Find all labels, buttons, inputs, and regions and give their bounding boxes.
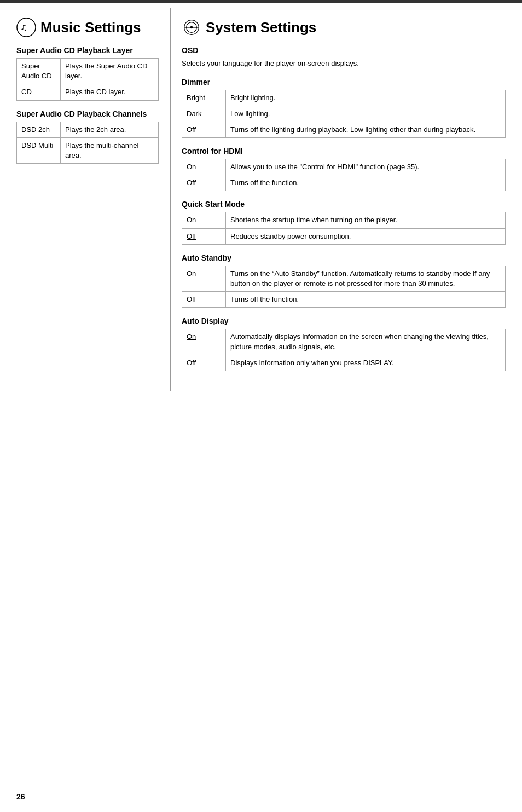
svg-text:♫: ♫ (20, 22, 28, 33)
table-row: On Allows you to use the "Control for HD… (182, 159, 506, 175)
auto-display-title: Auto Display (182, 316, 506, 325)
as-on-label: On (187, 269, 196, 278)
system-settings-title: System Settings (206, 19, 316, 36)
auto-standby-title: Auto Standby (182, 254, 506, 262)
dimmer-key-1: Dark (182, 106, 226, 122)
ad-key-1: Off (182, 355, 226, 371)
top-bar (0, 0, 522, 3)
table-row: DSD Multi Plays the multi-channel area. (17, 137, 159, 163)
qs-off-label: Off (187, 232, 196, 240)
page-container: ♫ Music Settings Super Audio CD Playback… (0, 0, 522, 812)
dimmer-title: Dimmer (182, 78, 506, 87)
table-row: Off Turns off the lighting during playba… (182, 122, 506, 137)
dimmer-desc-1: Low lighting. (226, 106, 506, 122)
table-row: Super Audio CD Plays the Super Audio CD … (17, 59, 159, 84)
sacd-channels-table: DSD 2ch Plays the 2ch area. DSD Multi Pl… (16, 122, 159, 164)
left-column: ♫ Music Settings Super Audio CD Playback… (0, 8, 170, 391)
ad-on-label: On (187, 332, 196, 341)
table-row: On Shortens the startup time when turnin… (182, 212, 506, 228)
music-settings-title: Music Settings (40, 19, 141, 36)
table-row: On Automatically displays information on… (182, 329, 506, 355)
dimmer-table: Bright Bright lighting. Dark Low lightin… (182, 90, 506, 139)
sacd-layer-desc-1: Plays the CD layer. (61, 84, 159, 100)
hdmi-desc-0: Allows you to use the "Control for HDMI"… (226, 159, 506, 175)
table-row: Dark Low lighting. (182, 106, 506, 122)
table-row: Off Turns off the function. (182, 175, 506, 191)
dimmer-key-0: Bright (182, 90, 226, 106)
music-icon: ♫ (16, 18, 36, 37)
table-row: On Turns on the “Auto Standby” function.… (182, 266, 506, 291)
as-desc-0: Turns on the “Auto Standby” function. Au… (226, 266, 506, 291)
svg-point-5 (190, 26, 193, 29)
qs-desc-0: Shortens the startup time when turning o… (226, 212, 506, 228)
hdmi-desc-1: Turns off the function. (226, 175, 506, 191)
sacd-ch-key-1: DSD Multi (17, 137, 61, 163)
sacd-ch-key-0: DSD 2ch (17, 122, 61, 137)
osd-description: Selects your language for the player on-… (182, 58, 506, 69)
hdmi-key-0: On (182, 159, 226, 175)
qs-on-label: On (187, 216, 196, 224)
sacd-layer-key-1: CD (17, 84, 61, 100)
as-key-1: Off (182, 292, 226, 308)
auto-standby-table: On Turns on the “Auto Standby” function.… (182, 266, 506, 308)
system-icon (182, 18, 201, 37)
sacd-layer-desc-0: Plays the Super Audio CD layer. (61, 59, 159, 84)
table-row: Off Displays information only when you p… (182, 355, 506, 371)
sacd-layer-key-0: Super Audio CD (17, 59, 61, 84)
sacd-ch-desc-1: Plays the multi-channel area. (61, 137, 159, 163)
sacd-layer-title: Super Audio CD Playback Layer (16, 46, 159, 55)
as-desc-1: Turns off the function. (226, 292, 506, 308)
qs-desc-1: Reduces standby power consumption. (226, 228, 506, 244)
ad-key-0: On (182, 329, 226, 355)
quick-start-title: Quick Start Mode (182, 200, 506, 209)
as-key-0: On (182, 266, 226, 291)
table-row: DSD 2ch Plays the 2ch area. (17, 122, 159, 137)
table-row: Off Reduces standby power consumption. (182, 228, 506, 244)
sacd-layer-table: Super Audio CD Plays the Super Audio CD … (16, 58, 159, 101)
table-row: Bright Bright lighting. (182, 90, 506, 106)
system-settings-header: System Settings (182, 18, 506, 37)
auto-display-table: On Automatically displays information on… (182, 329, 506, 371)
right-column: System Settings OSD Selects your languag… (170, 8, 522, 391)
qs-key-0: On (182, 212, 226, 228)
dimmer-key-2: Off (182, 122, 226, 137)
dimmer-desc-2: Turns off the lighting during playback. … (226, 122, 506, 137)
table-row: Off Turns off the function. (182, 292, 506, 308)
content-area: ♫ Music Settings Super Audio CD Playback… (0, 0, 522, 391)
hdmi-key-1: Off (182, 175, 226, 191)
ad-desc-1: Displays information only when you press… (226, 355, 506, 371)
dimmer-desc-0: Bright lighting. (226, 90, 506, 106)
hdmi-on-label: On (187, 163, 196, 171)
music-settings-header: ♫ Music Settings (16, 18, 159, 37)
hdmi-table: On Allows you to use the "Control for HD… (182, 159, 506, 191)
table-row: CD Plays the CD layer. (17, 84, 159, 100)
sacd-ch-desc-0: Plays the 2ch area. (61, 122, 159, 137)
sacd-channels-title: Super Audio CD Playback Channels (16, 110, 159, 118)
hdmi-title: Control for HDMI (182, 147, 506, 156)
osd-title: OSD (182, 46, 506, 55)
page-number: 26 (16, 792, 25, 801)
quick-start-table: On Shortens the startup time when turnin… (182, 212, 506, 244)
ad-desc-0: Automatically displays information on th… (226, 329, 506, 355)
qs-key-1: Off (182, 228, 226, 244)
